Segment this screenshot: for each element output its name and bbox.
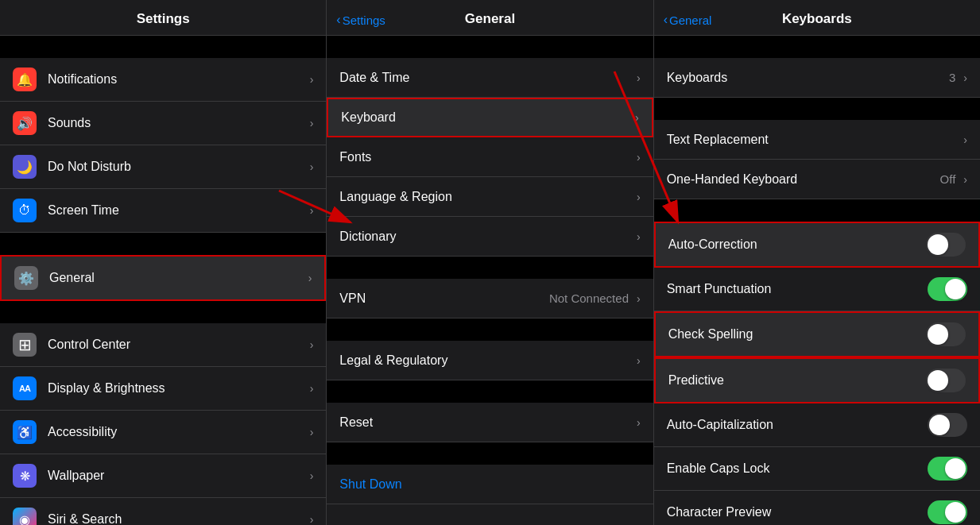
legal-label: Legal & Regulatory xyxy=(339,353,633,368)
auto-correction-toggle[interactable] xyxy=(926,233,966,257)
sounds-label: Sounds xyxy=(48,116,307,130)
settings-row-wallpaper[interactable]: ❋Wallpaper› xyxy=(0,454,326,498)
settings-row-sounds[interactable]: 🔊Sounds› xyxy=(0,102,326,145)
settings-row-dictionary[interactable]: Dictionary› xyxy=(327,217,653,257)
chevron-icon: › xyxy=(310,513,314,525)
sounds-icon: 🔊 xyxy=(13,111,37,135)
do-not-disturb-label: Do Not Disturb xyxy=(48,160,307,174)
accessibility-icon: ♿ xyxy=(13,420,37,444)
accessibility-label: Accessibility xyxy=(48,425,307,439)
chevron-icon: › xyxy=(310,382,314,395)
chevron-icon: › xyxy=(637,151,641,164)
enable-caps-lock-toggle[interactable] xyxy=(928,457,967,481)
keyboards-title: Keyboards xyxy=(782,11,852,26)
character-preview-label: Character Preview xyxy=(667,505,928,519)
settings-row-text-replacement[interactable]: Text Replacement› xyxy=(654,120,980,160)
character-preview-toggle[interactable] xyxy=(928,500,967,524)
settings-row-auto-correction[interactable]: Auto-Correction xyxy=(654,222,980,268)
settings-row-enable-caps-lock[interactable]: Enable Caps Lock xyxy=(654,447,980,491)
settings-list: 🔔Notifications›🔊Sounds›🌙Do Not Disturb›⏱… xyxy=(0,36,326,525)
chevron-icon: › xyxy=(310,73,314,86)
settings-row-auto-capitalization[interactable]: Auto-Capitalization xyxy=(654,403,980,447)
chevron-icon: › xyxy=(963,173,967,186)
settings-row-fonts[interactable]: Fonts› xyxy=(327,137,653,177)
keyboards-value: 3 xyxy=(949,71,955,84)
general-label: General xyxy=(49,271,305,285)
back-to-settings[interactable]: ‹ Settings xyxy=(336,13,385,27)
settings-row-screen-time[interactable]: ⏱Screen Time› xyxy=(0,189,326,233)
settings-row-date-time[interactable]: Date & Time› xyxy=(327,58,653,98)
chevron-icon: › xyxy=(310,469,314,482)
settings-row-do-not-disturb[interactable]: 🌙Do Not Disturb› xyxy=(0,145,326,189)
chevron-left-icon: ‹ xyxy=(336,13,340,27)
language-region-label: Language & Region xyxy=(339,190,633,204)
siri-search-label: Siri & Search xyxy=(48,512,307,525)
notifications-icon: 🔔 xyxy=(13,68,37,91)
auto-correction-label: Auto-Correction xyxy=(668,237,926,252)
keyboards-label: Keyboards xyxy=(667,71,949,85)
dictionary-label: Dictionary xyxy=(339,230,633,244)
chevron-icon: › xyxy=(637,292,641,305)
control-center-icon: ⊞ xyxy=(13,333,37,357)
keyboards-list: Keyboards3›Text Replacement›One-Handed K… xyxy=(654,36,980,525)
display-brightness-label: Display & Brightness xyxy=(48,381,307,396)
settings-title: Settings xyxy=(137,11,190,26)
control-center-label: Control Center xyxy=(48,338,307,352)
text-replacement-label: Text Replacement xyxy=(667,133,961,147)
settings-panel: Settings 🔔Notifications›🔊Sounds›🌙Do Not … xyxy=(0,0,327,525)
chevron-icon: › xyxy=(310,160,314,173)
settings-row-character-preview[interactable]: Character Preview xyxy=(654,491,980,525)
vpn-label: VPN xyxy=(339,291,549,306)
enable-caps-lock-label: Enable Caps Lock xyxy=(667,461,928,476)
settings-row-control-center[interactable]: ⊞Control Center› xyxy=(0,323,326,367)
settings-row-siri-search[interactable]: ◉Siri & Search› xyxy=(0,498,326,525)
chevron-icon: › xyxy=(310,338,314,351)
smart-punctuation-label: Smart Punctuation xyxy=(667,282,928,296)
chevron-icon: › xyxy=(637,416,641,429)
settings-row-legal[interactable]: Legal & Regulatory› xyxy=(327,341,653,380)
general-list: Date & Time›Keyboard›Fonts›Language & Re… xyxy=(327,36,653,525)
settings-row-display-brightness[interactable]: AADisplay & Brightness› xyxy=(0,367,326,411)
auto-capitalization-label: Auto-Capitalization xyxy=(667,418,928,432)
wallpaper-label: Wallpaper xyxy=(48,469,307,483)
settings-row-vpn[interactable]: VPNNot Connected› xyxy=(327,279,653,318)
check-spelling-label: Check Spelling xyxy=(668,327,926,342)
predictive-toggle[interactable] xyxy=(926,369,966,392)
settings-row-smart-punctuation[interactable]: Smart Punctuation xyxy=(654,268,980,311)
settings-row-accessibility[interactable]: ♿Accessibility› xyxy=(0,411,326,454)
settings-row-check-spelling[interactable]: Check Spelling xyxy=(654,311,980,357)
back-to-general[interactable]: ‹ General xyxy=(664,13,712,27)
settings-row-language-region[interactable]: Language & Region› xyxy=(327,177,653,217)
screen-time-label: Screen Time xyxy=(48,203,307,218)
wallpaper-icon: ❋ xyxy=(13,464,37,488)
one-handed-value: Off xyxy=(940,172,956,186)
settings-row-predictive[interactable]: Predictive xyxy=(654,357,980,403)
settings-row-shutdown[interactable]: Shut Down xyxy=(327,465,653,504)
chevron-icon: › xyxy=(963,133,967,146)
general-panel: ‹ Settings General Date & Time›Keyboard›… xyxy=(327,0,653,525)
settings-row-general[interactable]: ⚙️General› xyxy=(0,255,326,301)
keyboards-header: ‹ General Keyboards xyxy=(654,0,980,36)
settings-row-one-handed[interactable]: One-Handed KeyboardOff› xyxy=(654,160,980,199)
chevron-icon: › xyxy=(635,111,639,124)
check-spelling-toggle[interactable] xyxy=(926,322,966,346)
chevron-icon: › xyxy=(637,71,641,84)
keyboard-label: Keyboard xyxy=(341,110,632,125)
auto-capitalization-toggle[interactable] xyxy=(928,413,967,437)
chevron-icon: › xyxy=(637,354,641,367)
display-brightness-icon: AA xyxy=(13,376,37,400)
chevron-icon: › xyxy=(308,272,312,284)
chevron-icon: › xyxy=(310,117,314,129)
settings-row-reset[interactable]: Reset› xyxy=(327,403,653,442)
vpn-value: Not Connected xyxy=(549,291,629,305)
one-handed-label: One-Handed Keyboard xyxy=(667,172,940,187)
predictive-label: Predictive xyxy=(668,373,926,388)
settings-row-notifications[interactable]: 🔔Notifications› xyxy=(0,58,326,102)
general-header: ‹ Settings General xyxy=(327,0,653,36)
smart-punctuation-toggle[interactable] xyxy=(928,277,967,301)
shutdown-label: Shut Down xyxy=(339,477,640,492)
settings-row-keyboards[interactable]: Keyboards3› xyxy=(654,58,980,98)
siri-search-icon: ◉ xyxy=(13,508,37,525)
settings-row-keyboard[interactable]: Keyboard› xyxy=(327,98,653,137)
settings-header: Settings xyxy=(0,0,326,36)
